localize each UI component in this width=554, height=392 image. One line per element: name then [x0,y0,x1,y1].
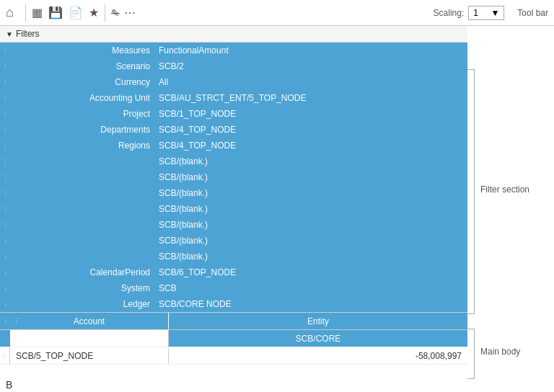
filter-value-1: SCB/2 [154,58,467,74]
filter-row: ⋮ Ledger SCB/CORE NODE [0,296,467,312]
filter-row: ⋮ Departments SCB/4_TOP_NODE [0,122,467,138]
body-row-drag-0: ⋮ [1,352,8,360]
filter-drag-handle-13: ⋮ [2,254,9,261]
filters-label: Filters [16,29,40,39]
home-icon[interactable]: ⌂ [6,5,14,20]
filter-value-8: SCB/(blank.) [154,169,467,185]
filters-header: ▼ Filters [0,26,467,43]
filter-drag-handle-12: ⋮ [2,238,9,245]
body-value-cell-0: -58,008,997 [169,347,467,364]
save-icon[interactable]: 💾 [48,6,63,19]
account-header: ⋮ Account [10,313,169,329]
content-area: ▼ Filters ⋮ Measures FunctionalAmount ⋮ … [0,26,467,392]
body-section: ⋮ ⋮ Account Entity SCB/CORE [0,313,467,378]
export-icon[interactable]: 📄 [69,6,83,19]
filter-label-11 [10,217,154,233]
filter-drag-handle-15: ⋮ [2,285,9,293]
filter-drag-handle-8: ⋮ [2,174,9,182]
filter-label-cell-1: ⋮ [0,58,10,74]
scaling-label: Scaling: [434,8,465,18]
filter-row: ⋮ Currency All [0,74,467,90]
filter-label-cell-2: ⋮ [0,74,10,90]
filter-row: ⋮ Measures FunctionalAmount [0,43,467,58]
eraser-icon[interactable]: ✎ [111,7,120,19]
filter-drag-handle-0: ⋮ [2,48,9,55]
filter-row: ⋮ Regions SCB/4_TOP_NODE [0,138,467,153]
account-header-drag: ⋮ [13,318,19,325]
toolbar-divider-2 [105,4,105,22]
filter-value-9: SCB/(blank.) [154,185,467,201]
filter-value-12: SCB/(blank.) [154,233,467,249]
filter-label-15: System [10,280,154,296]
filter-label-cell-10: ⋮ [0,201,10,217]
filter-value-4: SCB/1_TOP_NODE [154,106,467,122]
filter-row: ⋮ System SCB [0,280,467,296]
filter-label-cell-14: ⋮ [0,264,10,280]
filter-drag-handle-14: ⋮ [2,270,9,277]
filter-annotation: Filter section [480,184,529,195]
filter-value-10: SCB/(blank.) [154,201,467,217]
filter-row: ⋮ SCB/(blank.) [0,153,467,169]
scaling-dropdown-icon[interactable]: ▼ [491,8,499,18]
entity-value: SCB/CORE [296,334,341,344]
filter-row: ⋮ CalendarPeriod SCB/6_TOP_NODE [0,264,467,280]
filter-row: ⋮ SCB/(blank.) [0,217,467,233]
filter-value-16: SCB/CORE NODE [154,296,467,312]
grid-icon[interactable]: ▦ [32,6,43,19]
filter-label-2: Currency [10,74,154,90]
filter-value-0: FunctionalAmount [154,43,467,58]
filter-value-6: SCB/4_TOP_NODE [154,138,467,153]
filter-drag-handle-6: ⋮ [2,143,9,150]
more-icon[interactable]: ⋯ [124,6,136,19]
annotation-area: Filter section Main body [467,26,554,392]
toolbar: ⌂ ▦ 💾 📄 ★ ✎ ⋯ Scaling: 1 ▼ Tool bar [0,0,554,26]
filter-value-7: SCB/(blank.) [154,153,467,169]
filter-row: ⋮ Accounting Unit SCB/AU_STRCT_ENT/5_TOP… [0,90,467,106]
scaling-control[interactable]: 1 ▼ [468,6,504,20]
filter-label-5: Departments [10,122,154,138]
body-bracket [467,329,475,379]
filter-label-12 [10,233,154,249]
filter-label-cell-3: ⋮ [0,90,10,106]
filter-drag-handle-16: ⋮ [2,301,9,308]
filter-label-0: Measures [10,43,154,58]
filter-value-5: SCB/4_TOP_NODE [154,122,467,138]
filter-label-7 [10,153,154,169]
body-annotation: Main body [480,347,520,357]
body-data-rows: ⋮ SCB/5_TOP_NODE -58,008,997 [0,347,467,365]
filter-label-14: CalendarPeriod [10,264,154,280]
filter-drag-handle-2: ⋮ [2,79,9,86]
filter-drag-handle-3: ⋮ [2,95,9,102]
filter-drag-handle-4: ⋮ [2,111,9,118]
toolbar-name: Tool bar [517,8,548,18]
account-header-label: Account [74,316,105,326]
toolbar-divider-1 [25,4,26,22]
filter-drag-handle-7: ⋮ [2,159,9,166]
filter-label-6: Regions [10,138,154,153]
filter-drag-handle-11: ⋮ [2,222,9,229]
filter-label-cell-16: ⋮ [0,296,10,312]
filter-label-cell-13: ⋮ [0,249,10,264]
filter-label-13 [10,249,154,264]
filters-toggle-icon[interactable]: ▼ [6,30,13,38]
filter-drag-handle-9: ⋮ [2,190,9,197]
filter-label-cell-6: ⋮ [0,138,10,153]
filter-row: ⋮ SCB/(blank.) [0,169,467,185]
filter-drag-handle-10: ⋮ [2,206,9,213]
star-icon[interactable]: ★ [89,6,99,19]
filter-label-cell-11: ⋮ [0,217,10,233]
filter-label-cell-0: ⋮ [0,43,10,58]
filter-row: ⋮ Scenario SCB/2 [0,58,467,74]
filter-row: ⋮ SCB/(blank.) [0,185,467,201]
entity-header: Entity [169,313,467,329]
scaling-value: 1 [473,8,478,18]
filter-value-14: SCB/6_TOP_NODE [154,264,467,280]
filter-value-13: SCB/(blank.) [154,249,467,264]
filter-bracket [467,69,475,314]
filter-label-cell-12: ⋮ [0,233,10,249]
bottom-area: B [0,378,467,392]
filter-label-cell-8: ⋮ [0,169,10,185]
filter-label-10 [10,201,154,217]
filter-section: ⋮ Measures FunctionalAmount ⋮ Scenario S… [0,43,467,313]
body-header-row: ⋮ ⋮ Account Entity [0,313,467,330]
